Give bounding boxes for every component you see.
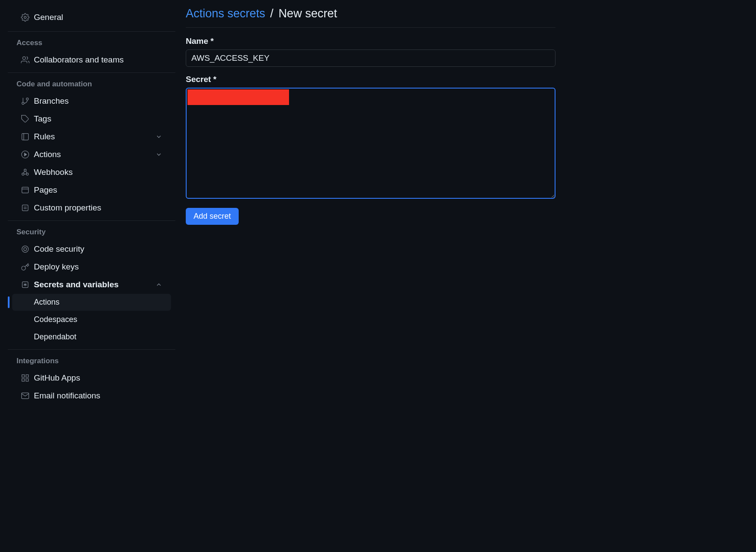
- sidebar-item-label: Code security: [34, 244, 84, 254]
- sidebar-item-secrets-variables[interactable]: Secrets and variables: [12, 276, 171, 293]
- sidebar-item-label: GitHub Apps: [34, 373, 80, 383]
- breadcrumb-current: New secret: [279, 7, 337, 20]
- sidebar-item-label: Email notifications: [34, 391, 100, 401]
- sidebar-item-label: Tags: [34, 114, 51, 124]
- sidebar-item-github-apps[interactable]: GitHub Apps: [12, 369, 171, 387]
- svg-rect-27: [22, 379, 25, 381]
- sidebar-subitem-dependabot[interactable]: Dependabot: [12, 329, 171, 345]
- sidebar-item-label: Secrets and variables: [34, 280, 118, 289]
- sidebar-item-label: Custom properties: [34, 203, 101, 213]
- sidebar-item-label: Collaborators and teams: [34, 55, 124, 65]
- sidebar-heading-security: Security: [8, 224, 175, 240]
- sidebar-subitem-label: Codespaces: [34, 315, 77, 324]
- chevron-down-icon: [155, 151, 162, 158]
- webhook-icon: [21, 168, 30, 177]
- sidebar-subitem-codespaces[interactable]: Codespaces: [12, 311, 171, 328]
- play-circle-icon: [21, 150, 30, 159]
- sidebar-item-code-security[interactable]: Code security: [12, 240, 171, 258]
- svg-point-11: [26, 173, 29, 175]
- sidebar-item-actions[interactable]: Actions: [12, 146, 171, 163]
- chevron-down-icon: [155, 133, 162, 140]
- note-icon: [21, 204, 30, 212]
- breadcrumb: Actions secrets / New secret: [186, 7, 555, 28]
- sidebar-heading-code-automation: Code and automation: [8, 76, 175, 92]
- svg-point-19: [24, 248, 27, 251]
- sidebar-item-label: General: [34, 13, 63, 22]
- git-branch-icon: [21, 97, 30, 105]
- sidebar-item-label: Actions: [34, 150, 61, 159]
- browser-icon: [21, 186, 30, 194]
- sidebar-item-label: Pages: [34, 185, 57, 195]
- sidebar-item-pages[interactable]: Pages: [12, 181, 171, 199]
- breadcrumb-separator: /: [270, 7, 274, 20]
- tag-icon: [21, 115, 30, 123]
- book-icon: [21, 132, 30, 141]
- settings-sidebar: General Access Collaborators and teams C…: [0, 0, 175, 552]
- sidebar-item-deploy-keys[interactable]: Deploy keys: [12, 258, 171, 276]
- main-content: Actions secrets / New secret Name * Secr…: [175, 0, 566, 552]
- sidebar-item-label: Branches: [34, 96, 69, 106]
- people-icon: [21, 56, 30, 64]
- svg-point-12: [24, 169, 26, 171]
- add-secret-button[interactable]: Add secret: [186, 208, 239, 225]
- scan-icon: [21, 245, 30, 253]
- sidebar-subitem-actions[interactable]: Actions: [12, 294, 171, 311]
- form-group-name: Name *: [186, 36, 555, 67]
- breadcrumb-parent-link[interactable]: Actions secrets: [186, 7, 265, 20]
- sidebar-item-email-notifications[interactable]: Email notifications: [12, 387, 171, 404]
- sidebar-item-webhooks[interactable]: Webhooks: [12, 164, 171, 181]
- sidebar-item-branches[interactable]: Branches: [12, 92, 171, 110]
- svg-point-3: [26, 98, 29, 100]
- svg-rect-26: [26, 379, 29, 381]
- sidebar-item-label: Rules: [34, 132, 55, 141]
- svg-point-4: [22, 102, 24, 105]
- sidebar-heading-integrations: Integrations: [8, 353, 175, 369]
- sidebar-item-tags[interactable]: Tags: [12, 110, 171, 128]
- gear-icon: [21, 13, 30, 22]
- key-icon: [21, 263, 30, 271]
- svg-point-1: [23, 57, 26, 60]
- name-label: Name *: [186, 36, 555, 46]
- sidebar-item-rules[interactable]: Rules: [12, 128, 171, 145]
- svg-rect-24: [22, 375, 25, 378]
- sidebar-item-label: Webhooks: [34, 168, 72, 177]
- svg-marker-9: [24, 153, 26, 156]
- svg-rect-15: [22, 205, 28, 210]
- svg-rect-6: [22, 134, 29, 140]
- secret-label: Secret *: [186, 75, 555, 84]
- sidebar-item-collaborators[interactable]: Collaborators and teams: [12, 51, 171, 69]
- mail-icon: [21, 391, 30, 400]
- sidebar-item-general[interactable]: General: [12, 7, 171, 27]
- svg-point-0: [24, 16, 26, 19]
- asterisk-icon: [21, 280, 30, 289]
- form-group-secret: Secret *: [186, 75, 555, 200]
- sidebar-subitem-label: Actions: [34, 298, 59, 307]
- svg-point-10: [22, 173, 24, 175]
- chevron-up-icon: [155, 281, 162, 288]
- sidebar-heading-access: Access: [8, 35, 175, 51]
- svg-rect-13: [22, 187, 29, 193]
- apps-icon: [21, 374, 30, 382]
- svg-point-18: [22, 246, 29, 253]
- sidebar-item-custom-properties[interactable]: Custom properties: [12, 199, 171, 217]
- name-input[interactable]: [186, 49, 555, 67]
- textarea-wrapper: [186, 88, 555, 200]
- sidebar-item-label: Deploy keys: [34, 262, 79, 272]
- secret-textarea[interactable]: [186, 88, 555, 199]
- sidebar-subitem-label: Dependabot: [34, 332, 76, 342]
- svg-rect-25: [26, 375, 29, 378]
